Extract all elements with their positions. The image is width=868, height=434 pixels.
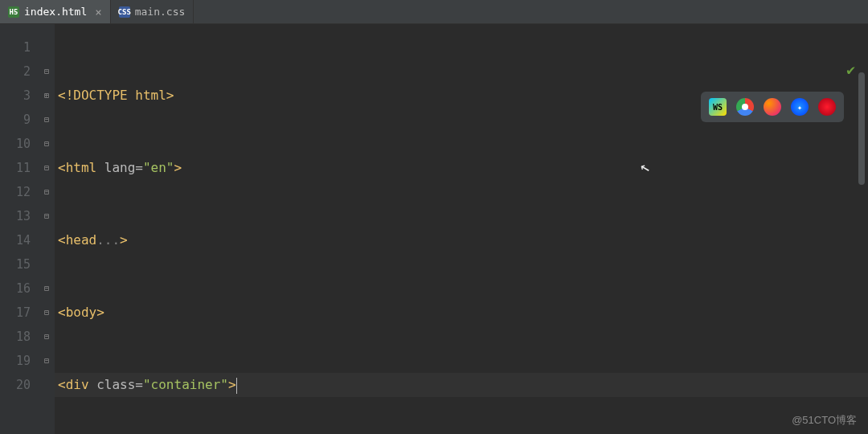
fold-icon — [39, 373, 55, 397]
line-number: 17 — [0, 301, 31, 325]
fold-minus-icon[interactable]: ⊟ — [39, 156, 55, 180]
line-number: 11 — [0, 156, 31, 180]
inspection-ok-icon[interactable]: ✔ — [846, 61, 855, 78]
fold-minus-icon[interactable]: ⊟ — [39, 108, 55, 132]
line-number: 20 — [0, 373, 31, 397]
fold-plus-icon[interactable]: ⊞ — [39, 84, 55, 108]
line-number: 9 — [0, 108, 31, 132]
fold-minus-icon[interactable]: ⊟ — [39, 59, 55, 84]
code-line-active: <div class="container"> — [55, 373, 868, 397]
line-number: 2 — [0, 59, 31, 84]
html-file-icon: H5 — [8, 6, 19, 18]
line-number: 16 — [0, 276, 31, 301]
tab-main-css[interactable]: CSS main.css — [111, 0, 194, 23]
safari-icon[interactable]: ✦ — [791, 98, 809, 116]
fold-minus-icon[interactable]: ⊟ — [39, 180, 55, 204]
code-line: <body> — [55, 301, 868, 325]
fold-icon — [39, 35, 55, 59]
editor-tabs: H5 index.html × CSS main.css — [0, 0, 868, 24]
line-number: 3 — [0, 84, 31, 108]
line-number: 19 — [0, 349, 31, 373]
code-line: <head...> — [55, 228, 868, 252]
opera-icon[interactable] — [818, 98, 836, 116]
line-number: 18 — [0, 325, 31, 349]
browser-preview-toolbar: WS ✦ — [701, 92, 844, 122]
line-number: 14 — [0, 228, 31, 252]
watermark-text: @51CTO博客 — [792, 413, 857, 428]
text-caret — [236, 378, 237, 394]
fold-icon — [39, 228, 55, 252]
code-line: <html lang="en"> — [55, 156, 868, 180]
line-number: 13 — [0, 204, 31, 228]
tab-index-html[interactable]: H5 index.html × — [0, 0, 111, 23]
fold-gutter: ⊟ ⊞ ⊟ ⊟ ⊟ ⊟ ⊟ ⊟ ⊟ ⊟ ⊟ — [39, 24, 55, 434]
line-number-gutter: 1 2 3 9 10 11 12 13 14 15 16 17 18 19 20 — [0, 24, 39, 434]
fold-minus-icon[interactable]: ⊟ — [39, 204, 55, 228]
fold-minus-icon[interactable]: ⊟ — [39, 349, 55, 373]
line-number: 12 — [0, 180, 31, 204]
css-file-icon: CSS — [119, 6, 130, 18]
fold-minus-icon[interactable]: ⊟ — [39, 325, 55, 349]
tab-label: main.css — [135, 6, 186, 18]
firefox-icon[interactable] — [764, 98, 781, 116]
vertical-scrollbar[interactable] — [858, 72, 865, 185]
line-number: 10 — [0, 132, 31, 156]
close-icon[interactable]: × — [95, 6, 101, 18]
fold-close-icon[interactable]: ⊟ — [39, 276, 55, 301]
tab-label: index.html — [24, 6, 87, 18]
chrome-icon[interactable] — [736, 98, 754, 116]
code-editor[interactable]: <!DOCTYPE html> <html lang="en"> <head..… — [55, 24, 868, 434]
webstorm-icon[interactable]: WS — [709, 98, 727, 116]
fold-icon — [39, 252, 55, 276]
editor-area: 1 2 3 9 10 11 12 13 14 15 16 17 18 19 20… — [0, 24, 868, 434]
fold-close-icon[interactable]: ⊟ — [39, 301, 55, 325]
fold-minus-icon[interactable]: ⊟ — [39, 132, 55, 156]
line-number: 15 — [0, 252, 31, 276]
line-number: 1 — [0, 35, 31, 59]
